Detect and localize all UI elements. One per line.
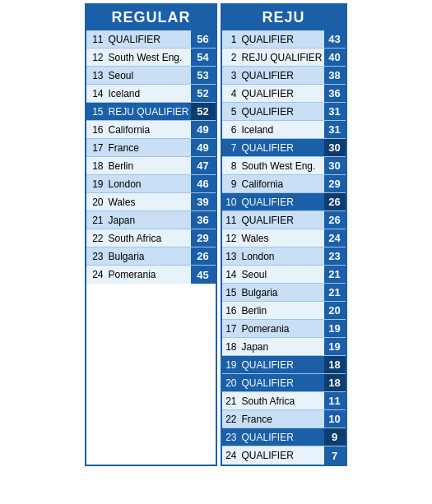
reju-table-body: 1QUALIFIER432REJU QUALIFIER403QUALIFIER3…	[222, 30, 346, 465]
row-name: QUALIFIER	[240, 141, 324, 155]
row-name: South Africa	[106, 231, 190, 246]
table-row: 12South West Eng.54	[86, 49, 215, 67]
row-score: 46	[191, 175, 216, 192]
table-row: 2REJU QUALIFIER40	[222, 49, 346, 67]
row-number: 15	[86, 106, 106, 118]
row-score: 31	[324, 103, 346, 120]
row-name: REJU QUALIFIER	[106, 104, 190, 119]
table-row: 13London23	[222, 247, 346, 266]
row-score: 43	[324, 30, 346, 48]
row-number: 17	[222, 323, 240, 335]
table-row: 19QUALIFIER18	[222, 356, 346, 374]
table-row: 17France49	[86, 139, 215, 157]
table-row: 12Wales24	[222, 229, 346, 247]
row-number: 15	[222, 287, 240, 298]
table-row: 7QUALIFIER30	[222, 139, 346, 157]
row-score: 29	[324, 175, 346, 192]
row-number: 13	[86, 70, 106, 81]
row-score: 19	[324, 338, 346, 355]
row-number: 16	[222, 305, 240, 317]
row-number: 8	[222, 160, 240, 172]
table-row: 22France10	[222, 410, 346, 428]
row-name: QUALIFIER	[240, 358, 324, 372]
row-score: 49	[191, 121, 216, 138]
reju-table: REJU 1QUALIFIER432REJU QUALIFIER403QUALI…	[221, 3, 347, 466]
table-row: 21South Africa11	[222, 392, 346, 410]
row-number: 18	[86, 160, 106, 172]
row-score: 49	[191, 139, 216, 156]
table-row: 8South West Eng.30	[222, 157, 346, 175]
table-row: 20Wales39	[86, 193, 215, 211]
table-row: 10QUALIFIER26	[222, 193, 346, 211]
row-number: 19	[86, 178, 106, 190]
row-score: 9	[324, 428, 346, 446]
row-number: 19	[222, 359, 240, 371]
row-name: REJU QUALIFIER	[240, 50, 324, 65]
row-number: 17	[86, 142, 106, 154]
row-name: California	[240, 177, 324, 192]
row-score: 7	[324, 446, 346, 465]
row-number: 16	[86, 124, 106, 136]
table-row: 21Japan36	[86, 211, 215, 229]
row-name: France	[240, 412, 324, 427]
table-row: 11QUALIFIER26	[222, 211, 346, 229]
row-name: Berlin	[106, 159, 190, 173]
row-number: 11	[86, 34, 106, 45]
row-name: Pomerania	[106, 267, 190, 282]
row-score: 26	[324, 211, 346, 229]
row-number: 23	[222, 432, 240, 443]
table-row: 11QUALIFIER56	[86, 30, 215, 49]
row-number: 20	[86, 197, 106, 208]
row-number: 12	[86, 52, 106, 63]
row-name: Japan	[106, 213, 190, 228]
row-number: 22	[222, 414, 240, 425]
row-name: Seoul	[106, 68, 190, 83]
row-name: Berlin	[240, 303, 324, 318]
row-name: Pomerania	[240, 321, 324, 336]
row-number: 5	[222, 106, 240, 118]
table-row: 19London46	[86, 175, 215, 193]
row-name: QUALIFIER	[240, 195, 324, 210]
table-row: 14Iceland52	[86, 85, 215, 103]
table-row: 20QUALIFIER18	[222, 374, 346, 392]
table-row: 18Japan19	[222, 338, 346, 356]
table-row: 24Pomerania45	[86, 266, 215, 284]
row-name: London	[240, 249, 324, 264]
row-score: 36	[191, 211, 216, 229]
row-score: 26	[324, 193, 346, 210]
row-name: Japan	[240, 340, 324, 354]
regular-table-body: 11QUALIFIER5612South West Eng.5413Seoul5…	[86, 30, 215, 284]
row-score: 20	[324, 302, 346, 319]
row-name: Iceland	[240, 123, 324, 137]
row-number: 13	[222, 251, 240, 262]
row-name: QUALIFIER	[240, 430, 324, 445]
table-row: 3QUALIFIER38	[222, 67, 346, 85]
row-name: Wales	[106, 195, 190, 210]
row-score: 40	[324, 49, 346, 66]
row-number: 10	[222, 197, 240, 208]
row-name: Bulgaria	[240, 285, 324, 300]
row-number: 14	[222, 269, 240, 280]
row-name: QUALIFIER	[240, 376, 324, 391]
row-score: 56	[191, 30, 216, 48]
regular-table: REGULAR 11QUALIFIER5612South West Eng.54…	[85, 3, 216, 466]
row-score: 30	[324, 139, 346, 156]
row-score: 29	[191, 229, 216, 247]
row-score: 24	[324, 229, 346, 247]
row-score: 18	[324, 356, 346, 373]
row-score: 39	[191, 193, 216, 210]
row-number: 21	[222, 395, 240, 407]
row-name: Iceland	[106, 86, 190, 101]
table-row: 23QUALIFIER9	[222, 428, 346, 446]
row-score: 21	[324, 266, 346, 283]
row-number: 6	[222, 124, 240, 136]
row-number: 14	[86, 88, 106, 99]
row-score: 52	[191, 103, 216, 120]
table-row: 16Berlin20	[222, 302, 346, 320]
row-score: 10	[324, 410, 346, 428]
row-name: QUALIFIER	[240, 448, 324, 463]
row-score: 19	[324, 320, 346, 337]
row-name: California	[106, 123, 190, 137]
row-score: 38	[324, 67, 346, 84]
regular-title: REGULAR	[86, 5, 215, 30]
